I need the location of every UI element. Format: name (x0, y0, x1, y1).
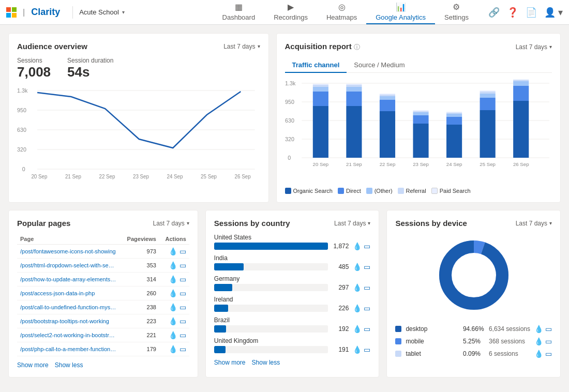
heatmap-action-icon[interactable]: 💧 (169, 247, 177, 255)
page-pageviews: 353 (120, 259, 159, 273)
svg-rect-52 (446, 117, 462, 125)
country-heatmap-icon[interactable]: 💧 (353, 345, 362, 354)
line-chart-svg: 1.3k 950 630 320 0 20 Sep 21 Sep 22 Sep … (17, 85, 260, 189)
country-recording-icon[interactable]: ▭ (364, 325, 370, 333)
desktop-heatmap-icon[interactable]: 💧 (534, 325, 543, 333)
legend-other: (Other) (366, 188, 393, 194)
svg-rect-40 (379, 100, 395, 111)
country-bar-track (214, 284, 328, 291)
svg-rect-28 (312, 92, 328, 106)
recording-action-icon[interactable]: ▭ (179, 303, 186, 311)
notifications-icon[interactable]: 📄 (526, 7, 537, 18)
sessions-by-device-panel: Sessions by device Last 7 days ▾ (386, 210, 561, 378)
heatmap-action-icon[interactable]: 💧 (169, 275, 177, 283)
svg-rect-63 (513, 101, 529, 158)
tab-settings[interactable]: ⚙Settings (435, 0, 478, 24)
country-recording-icon[interactable]: ▭ (364, 263, 370, 271)
popular-pages-date-filter[interactable]: Last 7 days ▾ (153, 220, 189, 227)
popular-pages-show-links: Show more Show less (17, 361, 189, 369)
svg-text:22 Sep: 22 Sep (99, 174, 115, 179)
svg-rect-42 (379, 95, 395, 96)
audience-date-filter[interactable]: Last 7 days ▾ (223, 43, 260, 50)
country-recording-icon[interactable]: ▭ (364, 345, 370, 354)
recording-action-icon[interactable]: ▭ (179, 247, 186, 255)
tablet-color-dot (395, 351, 401, 357)
country-bar-fill (214, 243, 328, 250)
tab-dashboard[interactable]: ▦Dashboard (213, 0, 265, 24)
page-url: /post/bootstrap-tooltips-not-working (17, 314, 120, 328)
table-row: /post/fontawesome-icons-not-showing 973 … (17, 245, 189, 259)
popular-pages-title: Popular pages (17, 219, 70, 228)
desktop-pct: 94.66% (463, 325, 485, 333)
recording-action-icon[interactable]: ▭ (179, 289, 186, 297)
heatmap-action-icon[interactable]: 💧 (169, 261, 177, 269)
tab-source-medium[interactable]: Source / Medium (347, 58, 412, 73)
list-item: Germany 297 💧 ▭ (214, 275, 371, 292)
table-row: /post/how-to-update-array-elements-value… (17, 273, 189, 287)
svg-rect-36 (346, 85, 362, 87)
svg-text:20 Sep: 20 Sep (31, 174, 47, 179)
country-heatmap-icon[interactable]: 💧 (353, 263, 362, 271)
organic-color (285, 188, 291, 194)
svg-text:950: 950 (285, 99, 294, 105)
heatmap-action-icon[interactable]: 💧 (169, 317, 177, 325)
page-actions: 💧 ▭ (159, 342, 189, 356)
acquisition-bar-chart: 1.3k 950 630 320 0 20 Sep (285, 79, 552, 183)
acquisition-date-filter[interactable]: Last 7 days ▾ (516, 43, 552, 51)
tab-recordings[interactable]: ▶Recordings (264, 0, 317, 24)
col-page: Page (17, 234, 120, 245)
project-name: Acute School (79, 8, 119, 16)
page-actions: 💧 ▭ (159, 300, 189, 314)
heatmap-action-icon[interactable]: 💧 (169, 345, 177, 353)
country-heatmap-icon[interactable]: 💧 (353, 325, 362, 333)
desktop-recording-icon[interactable]: ▭ (545, 325, 552, 333)
country-recording-icon[interactable]: ▭ (364, 304, 370, 312)
microsoft-logo (6, 7, 17, 18)
show-more-link[interactable]: Show more (17, 361, 49, 369)
sessions-device-date-filter[interactable]: Last 7 days ▾ (516, 220, 552, 227)
show-less-link[interactable]: Show less (55, 361, 83, 369)
svg-text:1.3k: 1.3k (17, 87, 28, 94)
main-content: Audience overview Last 7 days ▾ Sessions… (0, 25, 569, 386)
show-less-country-link[interactable]: Show less (252, 359, 280, 366)
show-more-country-link[interactable]: Show more (214, 359, 246, 366)
mobile-recording-icon[interactable]: ▭ (545, 337, 552, 345)
country-recording-icon[interactable]: ▭ (364, 242, 370, 250)
top-row: Audience overview Last 7 days ▾ Sessions… (8, 33, 561, 203)
recording-action-icon[interactable]: ▭ (179, 275, 186, 283)
tab-google-analytics[interactable]: 📊Google Analytics (366, 0, 435, 24)
page-actions: 💧 ▭ (159, 287, 189, 300)
sessions-country-date-filter[interactable]: Last 7 days ▾ (334, 220, 370, 227)
country-heatmap-icon[interactable]: 💧 (353, 304, 362, 312)
page-pageviews: 973 (120, 245, 159, 259)
page-url: /post/call-to-undefined-function-mysqli_… (17, 300, 120, 314)
heatmap-action-icon[interactable]: 💧 (169, 303, 177, 311)
share-icon[interactable]: 🔗 (488, 7, 500, 18)
heatmap-action-icon[interactable]: 💧 (169, 289, 177, 297)
recording-action-icon[interactable]: ▭ (179, 261, 186, 269)
country-name: Germany (214, 275, 371, 282)
help-icon[interactable]: ❓ (507, 7, 518, 18)
svg-rect-51 (446, 125, 462, 158)
tab-heatmaps[interactable]: ◎Heatmaps (317, 0, 366, 24)
tablet-recording-icon[interactable]: ▭ (545, 350, 552, 358)
heatmap-action-icon[interactable]: 💧 (169, 331, 177, 339)
recording-action-icon[interactable]: ▭ (179, 345, 186, 353)
country-heatmap-icon[interactable]: 💧 (353, 242, 362, 250)
heatmaps-icon: ◎ (338, 2, 346, 12)
country-heatmap-icon[interactable]: 💧 (353, 283, 362, 292)
page-url: /post/select2-not-working-in-bootstrap-m… (17, 328, 120, 342)
svg-rect-66 (513, 80, 529, 81)
country-recording-icon[interactable]: ▭ (364, 283, 370, 292)
project-selector[interactable]: Acute School ▾ (79, 8, 125, 16)
acquisition-report-header: Acquisition report ⓘ Last 7 days ▾ (285, 42, 552, 52)
tablet-heatmap-icon[interactable]: 💧 (534, 350, 543, 358)
svg-text:320: 320 (17, 146, 26, 153)
user-profile-icon[interactable]: 👤 ▾ (544, 7, 563, 18)
tab-traffic-channel[interactable]: Traffic channel (285, 58, 347, 73)
recording-action-icon[interactable]: ▭ (179, 331, 186, 339)
mobile-heatmap-icon[interactable]: 💧 (534, 337, 543, 345)
recording-action-icon[interactable]: ▭ (179, 317, 186, 325)
mobile-label: mobile (406, 338, 459, 345)
svg-text:630: 630 (285, 118, 294, 124)
